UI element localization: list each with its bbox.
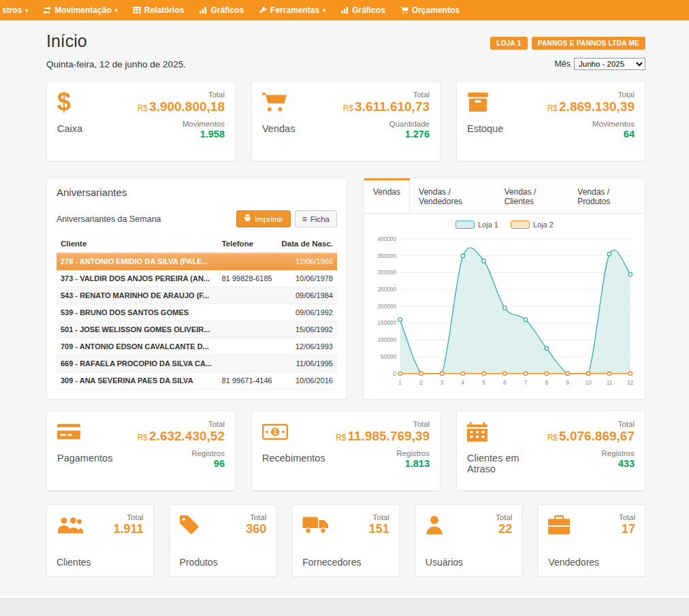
svg-text:50000: 50000: [381, 353, 396, 360]
tab-vendas-vendedores[interactable]: Vendas / Vendedores: [410, 178, 496, 213]
nav-item-cadastros[interactable]: stros ▾: [0, 0, 35, 20]
total-label: Total: [496, 513, 512, 521]
total-value: R$2.632.430,52: [138, 429, 225, 444]
print-button[interactable]: Imprimir: [236, 210, 291, 227]
cell-data-nasc: 12/06/1966: [277, 253, 337, 270]
nav-item-movimentacao[interactable]: Movimentação ▾: [35, 0, 125, 20]
report-table-icon: [133, 6, 141, 14]
metric-value: 433: [547, 458, 635, 469]
table-row[interactable]: 539 - BRUNO DOS SANTOS GOMES 09/06/1992: [57, 304, 337, 321]
svg-text:7: 7: [524, 379, 528, 386]
svg-text:400000: 400000: [377, 236, 396, 242]
truck-icon: [302, 513, 330, 536]
stat-card-right: Total R$3.900.800,18 Movimentos 1.958: [138, 91, 225, 152]
bar-chart-icon: [340, 6, 349, 14]
legend-label: Loja 1: [478, 221, 498, 229]
legend-item[interactable]: Loja 2: [511, 221, 554, 229]
total-value: R$5.076.869,67: [547, 429, 635, 444]
cell-telefone: [218, 338, 277, 355]
table-row[interactable]: 373 - VALDIR DOS ANJOS PEREIRA (AN... 81…: [57, 270, 337, 287]
stat-card-label: Vendas: [262, 123, 295, 134]
finance-cards-row: Pagamentos Total R$2.632.430,52 Registro…: [46, 410, 645, 491]
metric-label: Movimentos: [547, 120, 635, 128]
count-cards-row: Total 1.911 Clientes Total 360 Produtos …: [46, 504, 645, 577]
middle-row: Aniversariantes Aniversariantes da Seman…: [46, 178, 645, 400]
nav-item-ferramentas[interactable]: Ferramentas ▾: [251, 0, 333, 20]
legend-label: Loja 2: [533, 221, 554, 229]
total-value: R$3.900.800,18: [138, 99, 225, 114]
total-label: Total: [369, 513, 389, 521]
total-label: Total: [246, 513, 266, 521]
cell-data-nasc: 12/06/1993: [277, 338, 337, 355]
sales-chart-panel: Vendas Vendas / Vendedores Vendas / Clie…: [364, 178, 645, 400]
nav-item-graficos-1[interactable]: Gráficos: [191, 0, 251, 20]
col-telefone: Telefone: [218, 236, 277, 253]
svg-text:11: 11: [607, 379, 613, 386]
ficha-button-label: Ficha: [310, 215, 330, 223]
table-row[interactable]: 501 - JOSE WELISSON GOMES OLIVEIR... 15/…: [57, 321, 337, 338]
stat-card-right: Total R$3.611.610,73 Quantidade 1.276: [343, 91, 430, 152]
svg-text:250000: 250000: [377, 286, 396, 293]
stat-card-right: Total R$5.076.869,67 Registros 433: [547, 420, 635, 481]
table-row[interactable]: 709 - ANTONIO EDSON CAVALCANTE D... 12/0…: [57, 338, 337, 355]
cell-cliente: 669 - RAFAELA PROCOPIO DA SILVA CA...: [57, 355, 218, 372]
list-icon: ≡: [302, 215, 307, 223]
total-label: Total: [138, 420, 225, 428]
panel-title: Aniversariantes: [57, 187, 337, 198]
series-loja-1: [398, 248, 632, 376]
stat-card-recebimentos: 1 Recebimentos Total R$11.985.769,39 Reg…: [251, 410, 440, 491]
stat-card-clientes-em-atraso: Clientes em Atraso Total R$5.076.869,67 …: [456, 410, 645, 491]
count-card-usuarios: Total 22 Usuários: [415, 504, 523, 577]
credit-card-icon: [57, 420, 112, 443]
cell-telefone: [218, 321, 277, 338]
swap-arrows-icon: [43, 6, 51, 14]
count-card-label: Vendedores: [548, 557, 635, 568]
svg-text:300000: 300000: [377, 269, 396, 276]
stat-card-left: Clientes em Atraso: [467, 420, 547, 481]
nav-item-label: stros: [2, 5, 22, 15]
legend-item[interactable]: Loja 1: [455, 221, 498, 229]
cart-icon: [262, 91, 295, 114]
print-button-label: Imprimir: [255, 215, 283, 223]
total-value: R$2.869.130,39: [547, 99, 635, 114]
stat-card-label: Clientes em Atraso: [467, 453, 547, 474]
nav-item-graficos-2[interactable]: Gráficos: [333, 0, 393, 20]
stat-card-caixa: $ Caixa Total R$3.900.800,18 Movimentos …: [46, 81, 236, 161]
cart-icon: [400, 6, 408, 14]
nav-item-label: Orçamentos: [412, 5, 460, 15]
stat-card-left: 1 Recebimentos: [262, 420, 325, 481]
stat-card-label: Recebimentos: [262, 453, 325, 464]
table-row[interactable]: 669 - RAFAELA PROCOPIO DA SILVA CA... 11…: [57, 355, 337, 372]
total-label: Total: [547, 420, 635, 428]
cell-cliente: 709 - ANTONIO EDSON CAVALCANTE D...: [57, 338, 218, 355]
total-label: Total: [619, 513, 635, 521]
dollar-icon: $: [57, 91, 82, 114]
user-icon: [426, 513, 443, 536]
count-card-vendedores: Total 17 Vendedores: [538, 504, 645, 577]
count-card-label: Fornecedores: [302, 557, 389, 568]
nav-item-orcamentos[interactable]: Orçamentos: [393, 0, 467, 20]
page-header: Início LOJA 1 PANNOS E PANNOS LTDA ME: [46, 31, 645, 51]
metric-value: 64: [547, 129, 635, 140]
table-row[interactable]: 543 - RENATO MARINHO DE ARAUJO (F... 09/…: [57, 287, 337, 304]
tab-vendas-clientes[interactable]: Vendas / Clientes: [496, 178, 569, 213]
total-label: Total: [547, 91, 635, 99]
ficha-button[interactable]: ≡ Ficha: [295, 210, 337, 227]
users-group-icon: [57, 513, 84, 536]
table-row[interactable]: 309 - ANA SEVERINA PAES DA SILVA 81 9967…: [57, 372, 337, 389]
nav-item-label: Ferramentas: [270, 5, 319, 15]
page-title: Início: [46, 31, 87, 51]
tab-vendas-produtos[interactable]: Vendas / Produtos: [568, 178, 645, 213]
count-card-label: Clientes: [57, 557, 144, 568]
nav-item-relatorios[interactable]: Relatórios: [125, 0, 192, 20]
svg-text:100000: 100000: [377, 336, 396, 343]
cell-telefone: [218, 253, 277, 270]
cell-cliente: 501 - JOSE WELISSON GOMES OLIVEIR...: [57, 321, 218, 338]
metric-label: Registros: [138, 449, 225, 457]
birthdays-subtitle: Aniversariantes da Semana: [57, 214, 161, 224]
table-row[interactable]: 278 - ANTONIO EMIDIO DA SILVA (PALE... 1…: [57, 253, 337, 270]
cell-cliente: 309 - ANA SEVERINA PAES DA SILVA: [57, 372, 218, 389]
stat-card-label: Estoque: [467, 123, 503, 134]
month-select[interactable]: Junho - 2025: [574, 58, 645, 70]
tab-vendas[interactable]: Vendas: [364, 178, 410, 213]
